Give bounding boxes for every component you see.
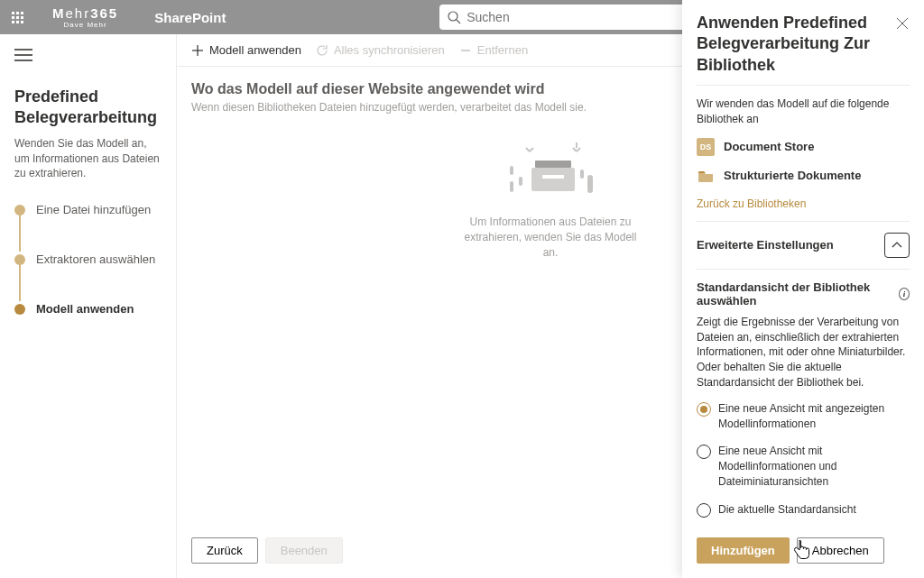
left-description: Wenden Sie das Modell an, um Information… (14, 136, 162, 181)
advanced-toggle[interactable]: Erweiterte Einstellungen (697, 222, 910, 269)
finish-button[interactable]: Beenden (265, 537, 343, 564)
close-icon (896, 17, 909, 30)
apply-model-button[interactable]: Modell anwenden (191, 43, 301, 57)
step-label: Extraktoren auswählen (36, 252, 155, 266)
sync-all-button[interactable]: Alles synchronisieren (316, 43, 445, 57)
step-2[interactable]: Extraktoren auswählen (14, 252, 162, 266)
library-label: Strukturierte Dokumente (724, 169, 861, 182)
svg-rect-11 (531, 168, 575, 191)
svg-rect-10 (535, 161, 571, 168)
search-icon (447, 10, 461, 24)
svg-rect-7 (510, 166, 513, 175)
radio-current-default[interactable]: Die aktuelle Standardansicht (697, 502, 910, 518)
minus-icon (459, 44, 472, 57)
brand-logo: Mehr365 Dave Mehr (52, 5, 118, 29)
library-strukturierte: Strukturierte Dokumente (697, 167, 910, 185)
radio-label: Die aktuelle Standardansicht (718, 502, 856, 518)
radio-label: Eine neue Ansicht mit angezeigten Modell… (718, 401, 910, 432)
folder-icon (697, 167, 715, 185)
view-select-label: Standardansicht der Bibliothek auswählen… (697, 280, 910, 307)
left-pane: Predefined Belegverarbeitung Wenden Sie … (0, 34, 177, 578)
cancel-button[interactable]: Abbrechen (797, 537, 884, 564)
library-label: Document Store (724, 140, 814, 153)
svg-rect-9 (580, 170, 584, 179)
library-icon-ds: DS (697, 138, 715, 156)
svg-line-1 (457, 20, 460, 23)
remove-button[interactable]: Entfernen (459, 43, 528, 57)
radio-icon (697, 402, 711, 417)
info-icon[interactable]: i (899, 288, 910, 300)
sync-icon (316, 44, 328, 57)
radio-icon (697, 445, 711, 459)
step-3[interactable]: Modell anwenden (14, 302, 162, 316)
step-label: Eine Datei hinzufügen (36, 203, 151, 216)
advanced-label: Erweiterte Einstellungen (697, 238, 834, 252)
hamburger-icon[interactable] (14, 49, 32, 61)
brand-sub: Dave Mehr (64, 21, 107, 29)
empty-text: Um Informationen aus Dateien zu extrahie… (460, 215, 641, 260)
panel-footer: Hinzufügen Abbrechen (682, 527, 924, 578)
waffle-icon[interactable] (0, 0, 34, 34)
svg-rect-6 (519, 177, 522, 186)
chevron-up-icon[interactable] (884, 233, 910, 258)
radio-label: Eine neue Ansicht mit Modellinformatione… (718, 444, 910, 489)
apply-panel: Anwenden Predefined Belegverarbeitung Zu… (682, 0, 924, 578)
view-select-description: Zeigt die Ergebnisse der Verarbeitung vo… (697, 315, 910, 390)
radio-new-view-thumbnails[interactable]: Eine neue Ansicht mit Modellinformatione… (697, 444, 910, 489)
radio-new-view-info[interactable]: Eine neue Ansicht mit angezeigten Modell… (697, 401, 910, 432)
view-radio-group: Eine neue Ansicht mit angezeigten Modell… (697, 401, 910, 518)
svg-rect-5 (510, 181, 513, 192)
back-to-libraries-link[interactable]: Zurück zu Bibliotheken (697, 197, 806, 210)
left-title: Predefined Belegverarbeitung (14, 87, 162, 129)
close-button[interactable] (892, 13, 913, 34)
library-document-store: DS Document Store (697, 138, 910, 156)
svg-rect-8 (587, 175, 593, 193)
panel-title: Anwenden Predefined Belegverarbeitung Zu… (697, 13, 910, 76)
empty-illustration (492, 132, 609, 204)
app-name: SharePoint (154, 10, 226, 25)
svg-rect-12 (542, 175, 564, 179)
step-label: Modell anwenden (36, 302, 134, 316)
apply-message: Wir wenden das Modell auf die folgende B… (697, 96, 910, 127)
add-button[interactable]: Hinzufügen (697, 537, 790, 564)
brand-main: Mehr365 (52, 5, 118, 21)
step-1[interactable]: Eine Datei hinzufügen (14, 203, 162, 216)
radio-icon (697, 503, 711, 518)
svg-point-0 (448, 12, 457, 21)
plus-icon (191, 44, 204, 57)
back-button[interactable]: Zurück (191, 537, 258, 564)
